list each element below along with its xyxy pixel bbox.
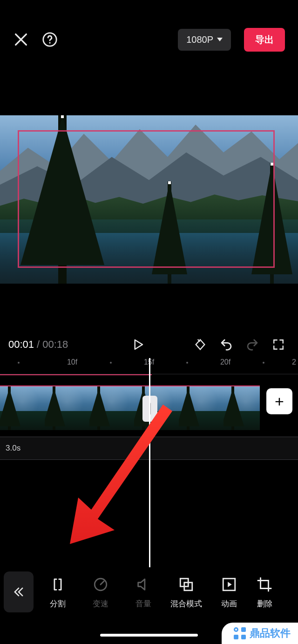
watermark-text: 鼎品软件 xyxy=(250,626,291,640)
ruler-tick: 20f xyxy=(220,358,230,366)
duration: 00:18 xyxy=(42,339,68,350)
close-button[interactable] xyxy=(13,32,29,47)
preview-scene xyxy=(0,115,298,284)
tool-speed[interactable]: 变速 xyxy=(79,575,122,609)
clip-thumbnail[interactable] xyxy=(179,386,224,430)
plus-icon: + xyxy=(275,392,284,411)
clip-thumbnail[interactable] xyxy=(89,386,134,430)
time-display: 00:01/00:18 xyxy=(8,339,68,351)
undo-icon xyxy=(219,338,233,352)
current-time: 00:01 xyxy=(8,339,34,350)
video-track[interactable] xyxy=(0,385,260,430)
clip-thumbnail[interactable] xyxy=(224,386,260,430)
redo-button[interactable] xyxy=(241,333,264,356)
keyframe-icon xyxy=(194,338,207,351)
help-button[interactable] xyxy=(42,32,58,47)
play-icon xyxy=(131,338,145,352)
transport-bar: 00:01/00:18 xyxy=(0,330,298,359)
fullscreen-icon xyxy=(272,339,284,351)
svg-point-1 xyxy=(49,42,50,43)
video-preview[interactable] xyxy=(0,115,298,284)
resolution-button[interactable]: 1080P xyxy=(178,29,231,51)
undo-button[interactable] xyxy=(215,333,237,356)
play-button[interactable] xyxy=(127,333,149,356)
resolution-label: 1080P xyxy=(186,34,213,45)
clip-thumbnail[interactable] xyxy=(45,386,89,430)
keyframe-button[interactable] xyxy=(189,333,211,356)
fullscreen-button[interactable] xyxy=(267,333,290,356)
close-icon xyxy=(13,32,29,47)
add-clip-button[interactable]: + xyxy=(266,388,292,414)
export-button[interactable]: 导出 xyxy=(244,28,285,52)
ruler-tick: 10f xyxy=(67,358,77,366)
caret-down-icon xyxy=(217,38,223,41)
volume-icon xyxy=(135,577,151,592)
tool-volume[interactable]: 音量 xyxy=(122,575,165,609)
chevrons-left-icon xyxy=(12,585,25,598)
toolbar-back-button[interactable] xyxy=(4,571,34,612)
blend-icon xyxy=(178,577,194,592)
top-bar: 1080P 导出 xyxy=(0,0,298,79)
home-indicator xyxy=(100,634,198,637)
help-icon xyxy=(42,32,58,47)
tool-blend[interactable]: 混合模式 xyxy=(165,575,208,609)
bottom-toolbar: 分割 变速 音量 混合模式 动画 删除 xyxy=(0,564,298,620)
selection-marker xyxy=(0,374,152,375)
clip-thumbnail[interactable] xyxy=(0,386,45,430)
crop-icon xyxy=(257,577,272,592)
tool-delete[interactable]: 删除 xyxy=(251,575,278,609)
tool-split[interactable]: 分割 xyxy=(36,575,79,609)
watermark: 鼎品软件 xyxy=(222,623,298,644)
redo-icon xyxy=(245,338,259,352)
playhead[interactable] xyxy=(149,358,150,567)
split-icon xyxy=(50,577,66,592)
track-duration-label: 3.0s xyxy=(6,444,20,453)
animation-icon xyxy=(221,577,237,592)
speed-icon xyxy=(93,577,108,592)
tool-animation[interactable]: 动画 xyxy=(208,575,251,609)
watermark-logo-icon xyxy=(234,627,246,639)
ruler-tick-cut: 2 xyxy=(292,358,296,366)
